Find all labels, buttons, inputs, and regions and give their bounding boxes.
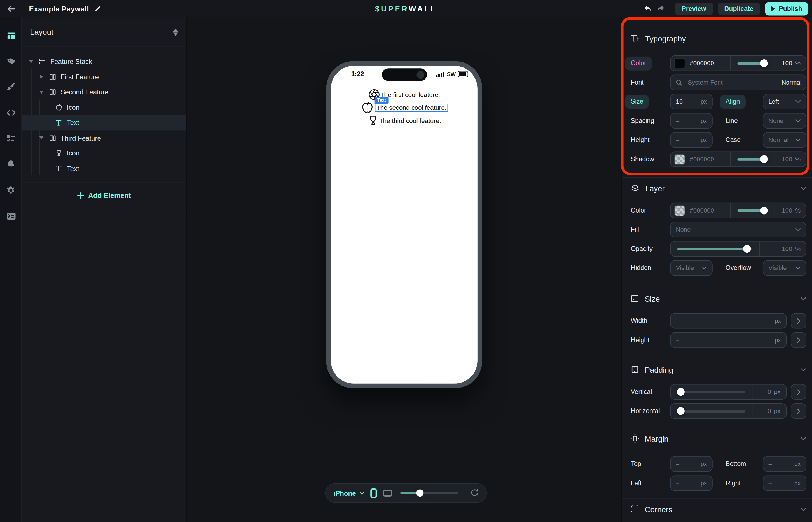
selected-text-element[interactable]: Text The second cool feature. [375, 103, 448, 112]
tree-item-text-selected[interactable]: Text [22, 115, 186, 130]
color-chip[interactable]: Color [625, 56, 652, 70]
tree-item-second-feature[interactable]: Second Feature [22, 85, 186, 100]
opacity-value[interactable]: 100 [782, 60, 792, 67]
size-chip[interactable]: Size [625, 95, 649, 109]
editor-canvas[interactable]: 1:22 SW The first co [188, 17, 621, 522]
rail-layout-icon[interactable] [0, 27, 22, 44]
layer-hidden-overflow-row: Hidden Visible Overflow Visible [631, 260, 806, 276]
slider-knob[interactable] [743, 245, 751, 253]
tree-item-third-feature[interactable]: Third Feature [22, 130, 186, 146]
add-element-button[interactable]: Add Element [22, 183, 186, 209]
collapse-chevron-icon[interactable] [800, 507, 806, 511]
device-select[interactable]: iPhone [333, 489, 365, 497]
caret-down-icon[interactable] [28, 60, 34, 63]
rail-settings-gear-icon[interactable] [0, 181, 22, 199]
slider-knob[interactable] [677, 407, 685, 415]
portrait-orientation-icon[interactable] [370, 488, 377, 498]
width-input[interactable]: – px [670, 313, 787, 329]
iphone-screen[interactable]: 1:22 SW The first co [331, 66, 478, 384]
margin-left-input[interactable]: – px [670, 475, 713, 491]
slider-knob[interactable] [760, 207, 768, 215]
margin-right-input[interactable]: – px [763, 475, 806, 491]
font-search-input[interactable] [687, 78, 777, 87]
opacity-slider[interactable] [737, 62, 768, 64]
edit-title-pencil-icon[interactable] [94, 5, 101, 12]
margin-top-input[interactable]: – px [670, 456, 713, 472]
layer-opacity-value-segment[interactable]: 100 % [775, 203, 806, 218]
shadow-swatch[interactable] [674, 154, 685, 165]
height-input[interactable]: – px [670, 333, 787, 348]
rail-tag-icon[interactable] [0, 52, 22, 69]
rail-code-icon[interactable] [0, 104, 22, 121]
align-chip[interactable]: Align [720, 95, 746, 109]
height-expand-button[interactable] [791, 333, 806, 348]
margin-bottom-input[interactable]: – px [763, 456, 806, 472]
tree-item-icon-apple[interactable]: Icon [22, 100, 186, 115]
line-dropdown[interactable]: None [763, 113, 806, 129]
slider-knob[interactable] [677, 388, 685, 396]
collapse-chevron-icon[interactable] [800, 297, 806, 300]
redo-icon[interactable] [657, 5, 665, 12]
caret-down-icon[interactable] [39, 136, 44, 139]
layer-color-hex-value[interactable]: #000000 [690, 207, 714, 214]
shadow-opacity-value-segment[interactable]: 100 % [775, 152, 806, 166]
shadow-hex-segment[interactable]: #000000 [671, 152, 730, 166]
slider-knob[interactable] [760, 155, 768, 163]
reorder-sort-icon[interactable] [173, 28, 178, 36]
color-hex-value[interactable]: #000000 [690, 60, 714, 67]
back-button[interactable] [5, 3, 17, 14]
opacity-value-segment[interactable]: 100 % [759, 242, 806, 256]
landscape-orientation-icon[interactable] [383, 489, 393, 496]
font-weight-segment[interactable]: Normal [777, 75, 806, 89]
refresh-icon[interactable] [471, 489, 479, 497]
feature-row-3[interactable]: The third cool feature. [367, 115, 441, 126]
shadow-hex-value[interactable]: #000000 [690, 156, 714, 163]
padding-slider[interactable] [678, 410, 745, 412]
zoom-slider-knob[interactable] [416, 489, 424, 497]
overflow-dropdown[interactable]: Visible [763, 260, 806, 276]
rail-theme-brush-icon[interactable] [0, 78, 22, 96]
opacity-slider[interactable] [737, 209, 768, 212]
preview-button[interactable]: Preview [675, 2, 713, 15]
opacity-slider[interactable] [678, 247, 752, 250]
font-size-input[interactable]: px [670, 94, 713, 109]
color-swatch[interactable] [674, 58, 685, 68]
zoom-slider[interactable] [400, 492, 458, 494]
color-hex-segment[interactable]: #000000 [671, 56, 730, 71]
font-search-segment[interactable] [671, 75, 777, 89]
font-size-value-input[interactable] [676, 98, 691, 105]
hidden-dropdown[interactable]: Visible [670, 260, 713, 276]
padding-slider[interactable] [678, 391, 745, 393]
rail-console-icon[interactable] [0, 207, 22, 225]
case-dropdown[interactable]: Normal [763, 132, 806, 148]
opacity-slider[interactable] [737, 158, 768, 160]
vertical-value-segment[interactable]: 0 px [752, 384, 786, 399]
tree-item-text[interactable]: Text [22, 161, 186, 176]
horizontal-value-segment[interactable]: 0 px [752, 404, 786, 418]
collapse-chevron-icon[interactable] [800, 368, 806, 372]
tree-item-icon-trophy[interactable]: Icon [22, 146, 186, 161]
horizontal-expand-button[interactable] [791, 403, 806, 419]
duplicate-button[interactable]: Duplicate [717, 2, 760, 15]
layer-color-hex-segment[interactable]: #000000 [671, 203, 730, 218]
fill-dropdown[interactable]: None [670, 222, 806, 238]
feature-row-2[interactable]: Text The second cool feature. [360, 101, 448, 115]
tree-item-feature-stack[interactable]: Feature Stack [22, 54, 186, 69]
align-dropdown[interactable]: Left [763, 94, 806, 109]
tree-item-first-feature[interactable]: First Feature [22, 69, 186, 85]
width-expand-button[interactable] [791, 313, 806, 329]
rail-notifications-bell-icon[interactable] [0, 156, 22, 173]
slider-knob[interactable] [760, 59, 768, 67]
undo-icon[interactable] [644, 5, 652, 12]
color-opacity-value-segment[interactable]: 100 % [775, 56, 806, 71]
line-height-input[interactable]: – px [670, 132, 713, 148]
collapse-chevron-icon[interactable] [800, 437, 806, 441]
caret-right-icon[interactable] [39, 75, 44, 79]
caret-down-icon[interactable] [39, 91, 44, 94]
publish-button[interactable]: Publish [765, 2, 808, 15]
spacing-input[interactable]: – px [670, 113, 713, 129]
layer-color-swatch[interactable] [674, 205, 685, 216]
vertical-expand-button[interactable] [791, 384, 806, 400]
collapse-chevron-icon[interactable] [800, 186, 806, 190]
rail-checklist-icon[interactable] [0, 130, 22, 147]
